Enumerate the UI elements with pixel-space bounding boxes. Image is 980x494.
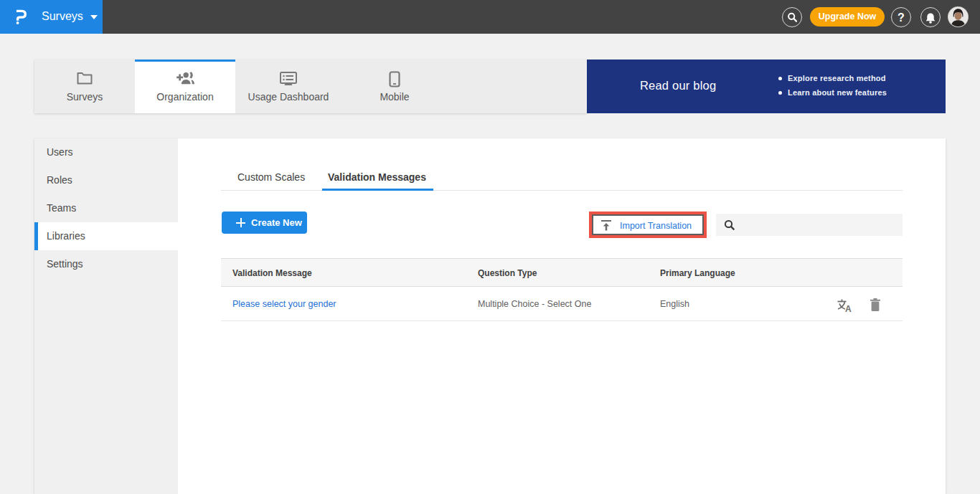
- svg-text:A: A: [845, 304, 852, 313]
